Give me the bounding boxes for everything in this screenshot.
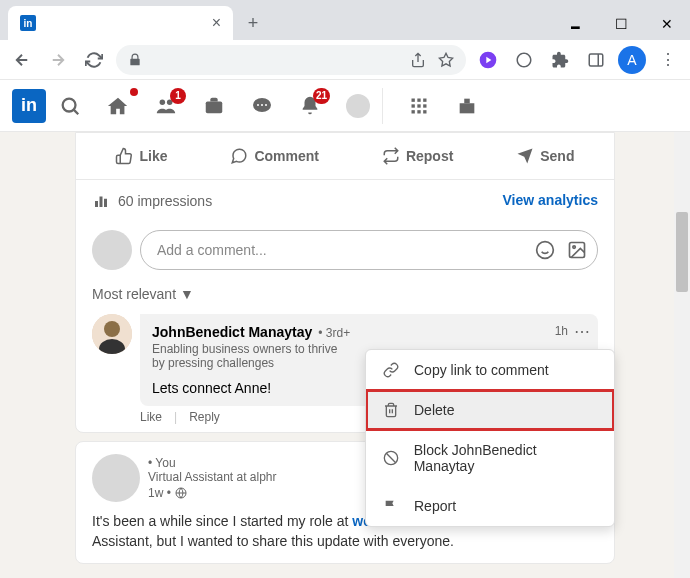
linkedin-logo[interactable]: in [12,89,46,123]
extension-icon-2[interactable] [510,46,538,74]
browser-toolbar: A ⋮ [0,40,690,80]
comment-menu-button[interactable]: ⋯ [574,322,590,341]
send-label: Send [540,148,574,164]
content-area: Like Comment Repost Send [0,132,690,578]
commenter-title: Enabling business owners to thrive by pr… [152,342,342,370]
emoji-icon[interactable] [535,240,555,260]
comment-label: Comment [254,148,319,164]
trash-icon [382,402,400,418]
svg-point-29 [104,321,120,337]
svg-point-3 [63,98,76,111]
svg-rect-18 [417,110,420,113]
block-icon [382,450,400,466]
copy-link-item[interactable]: Copy link to comment [366,350,614,390]
divider: | [174,410,177,424]
comment-context-menu: Copy link to comment Delete Block JohnBe… [365,349,615,527]
back-button[interactable] [8,46,36,74]
sort-dropdown[interactable]: Most relevant ▼ [76,282,614,314]
send-icon [516,147,534,165]
extensions-puzzle-icon[interactable] [546,46,574,74]
tab-close-icon[interactable]: × [212,14,221,32]
extension-play-icon[interactable] [474,46,502,74]
repost-label: Repost [406,148,453,164]
block-item[interactable]: Block JohnBenedict Manaytay [366,430,614,486]
chart-icon [92,192,110,210]
commenter-avatar[interactable] [92,314,132,354]
nav-divider [382,88,383,124]
svg-rect-20 [460,103,475,113]
globe-icon [175,487,187,499]
svg-point-25 [537,242,554,259]
svg-line-33 [386,453,395,462]
impressions-row: 60 impressions View analytics [76,179,614,222]
network-icon[interactable]: 1 [154,94,178,118]
post-actions-row: Like Comment Repost Send [76,133,614,179]
new-tab-button[interactable]: + [239,9,267,37]
lock-icon [128,53,142,67]
home-icon[interactable] [106,94,130,118]
browser-tabstrip: in × + 🗕 ☐ ✕ [0,0,690,40]
messaging-icon[interactable] [250,94,274,118]
svg-rect-16 [423,104,426,107]
svg-rect-12 [417,98,420,101]
forward-button[interactable] [44,46,72,74]
scrollbar[interactable] [674,132,690,578]
delete-item[interactable]: Delete [366,390,614,430]
chevron-down-icon: ▼ [180,286,194,302]
svg-rect-21 [464,98,470,103]
business-icon[interactable] [455,94,479,118]
linkedin-navbar: in 1 21 [0,80,690,132]
image-icon[interactable] [567,240,587,260]
like-button[interactable]: Like [107,137,175,175]
my-avatar[interactable] [92,230,132,270]
svg-point-27 [573,246,576,249]
svg-rect-15 [417,104,420,107]
jobs-icon[interactable] [202,94,226,118]
minimize-button[interactable]: 🗕 [552,8,598,40]
browser-tab[interactable]: in × [8,6,233,40]
flag-icon [382,498,400,514]
report-item[interactable]: Report [366,486,614,526]
commenter-name[interactable]: JohnBenedict Manaytay [152,324,312,340]
comment-placeholder: Add a comment... [157,242,267,258]
svg-rect-24 [104,199,107,207]
comment-input[interactable]: Add a comment... [140,230,598,270]
send-button[interactable]: Send [508,137,582,175]
svg-rect-11 [412,98,415,101]
reload-button[interactable] [80,46,108,74]
svg-rect-19 [423,110,426,113]
apps-grid-icon[interactable] [407,94,431,118]
svg-rect-23 [100,197,103,208]
comment-reply-button[interactable]: Reply [189,410,220,424]
svg-rect-13 [423,98,426,101]
thumbs-up-icon [115,147,133,165]
profile-nav-icon[interactable] [346,94,370,118]
report-label: Report [414,498,456,514]
svg-point-10 [265,104,267,106]
sidepanel-icon[interactable] [582,46,610,74]
sort-label: Most relevant [92,286,176,302]
search-icon[interactable] [58,94,82,118]
notifications-icon[interactable]: 21 [298,94,322,118]
home-badge [130,88,138,96]
analytics-link[interactable]: View analytics [503,192,598,210]
comment-like-button[interactable]: Like [140,410,162,424]
svg-point-8 [257,104,259,106]
close-window-button[interactable]: ✕ [644,8,690,40]
menu-icon[interactable]: ⋮ [654,46,682,74]
url-bar[interactable] [116,45,466,75]
comment-button[interactable]: Comment [222,137,327,175]
scroll-thumb[interactable] [676,212,688,292]
star-icon[interactable] [438,52,454,68]
repost-button[interactable]: Repost [374,137,461,175]
profile-letter: A [627,52,636,68]
impressions-text: 60 impressions [118,193,212,209]
svg-point-9 [261,104,263,106]
maximize-button[interactable]: ☐ [598,8,644,40]
post-author-avatar[interactable] [92,454,140,502]
svg-rect-6 [206,101,223,113]
comment-input-row: Add a comment... [76,222,614,282]
profile-avatar[interactable]: A [618,46,646,74]
share-icon[interactable] [410,52,426,68]
network-badge: 1 [170,88,186,104]
